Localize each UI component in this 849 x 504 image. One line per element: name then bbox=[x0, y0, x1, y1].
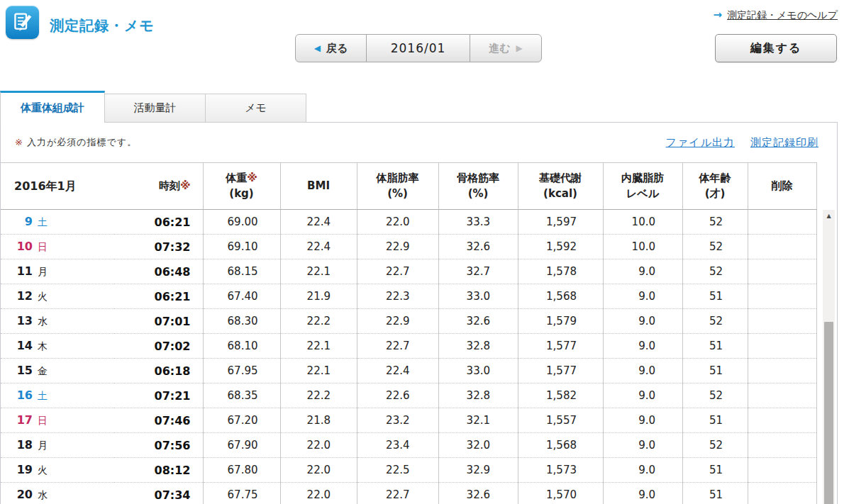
date-cell: 12火 bbox=[1, 284, 114, 309]
date-cell: 14木 bbox=[1, 334, 114, 359]
column-header: 体脂肪率 (%) bbox=[357, 163, 438, 210]
delete-cell bbox=[748, 284, 816, 309]
bmi-cell: 21.9 bbox=[280, 284, 357, 309]
skeletal-muscle-cell: 32.6 bbox=[438, 235, 518, 259]
body-age-cell: 51 bbox=[682, 359, 748, 383]
weight-cell: 68.15 bbox=[203, 259, 280, 284]
basal-metabolism-cell: 1,570 bbox=[518, 483, 603, 504]
bmi-cell: 22.1 bbox=[280, 359, 357, 383]
month-navigation: ◀戻る 2016/01 進む▶ bbox=[295, 34, 542, 62]
column-header: BMI bbox=[280, 163, 357, 210]
weight-cell: 68.30 bbox=[203, 309, 280, 334]
basal-metabolism-cell: 1,568 bbox=[518, 433, 603, 458]
body-age-cell: 51 bbox=[682, 408, 748, 433]
scrollbar-up-icon[interactable]: ▲ bbox=[823, 210, 835, 222]
time-cell: 08:12 bbox=[114, 458, 203, 483]
panel-links: ファイル出力 測定記録印刷 bbox=[666, 136, 819, 150]
required-mark: ※ bbox=[15, 137, 23, 147]
help-link[interactable]: 測定記録・メモのヘルプ bbox=[727, 9, 838, 21]
basal-metabolism-cell: 1,577 bbox=[518, 334, 603, 359]
edit-button[interactable]: 編集する bbox=[715, 34, 837, 62]
date-cell: 9土 bbox=[1, 210, 114, 235]
date-cell: 19火 bbox=[1, 458, 114, 483]
delete-cell bbox=[748, 433, 816, 458]
tab-bar: 体重体組成計 活動量計 メモ bbox=[0, 91, 306, 123]
body-fat-cell: 22.0 bbox=[357, 210, 438, 235]
weight-cell: 67.40 bbox=[203, 284, 280, 309]
table-header-row: 2016年1月 時刻※ 体重※ (kg) bbox=[1, 163, 816, 210]
delete-cell bbox=[748, 383, 816, 408]
delete-cell bbox=[748, 483, 816, 504]
tab[interactable]: メモ bbox=[206, 94, 306, 123]
time-cell: 07:46 bbox=[114, 408, 203, 433]
table-row: 20水 07:34 67.75 22.0 22.7 32.6 1,570 9.0… bbox=[1, 483, 816, 504]
skeletal-muscle-cell: 32.9 bbox=[438, 458, 518, 483]
basal-metabolism-cell: 1,578 bbox=[518, 259, 603, 284]
weight-cell: 67.80 bbox=[203, 458, 280, 483]
body-fat-cell: 23.2 bbox=[357, 408, 438, 433]
tab[interactable]: 活動量計 bbox=[105, 94, 206, 123]
body-age-cell: 51 bbox=[682, 458, 748, 483]
body-fat-cell: 22.5 bbox=[357, 458, 438, 483]
required-note: ※入力が必須の指標です。 bbox=[15, 136, 137, 149]
body-fat-cell: 22.9 bbox=[357, 235, 438, 259]
skeletal-muscle-cell: 33.0 bbox=[438, 359, 518, 383]
column-header: 基礎代謝 (kcal) bbox=[518, 163, 603, 210]
table-row: 18月 07:56 67.90 22.0 23.4 32.0 1,568 9.0… bbox=[1, 433, 816, 458]
time-cell: 06:18 bbox=[114, 359, 203, 383]
next-month-button[interactable]: 進む▶ bbox=[470, 35, 541, 62]
time-cell: 07:02 bbox=[114, 334, 203, 359]
visceral-fat-cell: 9.0 bbox=[603, 483, 682, 504]
prev-month-button[interactable]: ◀戻る bbox=[296, 35, 367, 62]
table-row: 16土 07:21 68.35 22.2 22.6 32.8 1,582 9.0… bbox=[1, 383, 816, 408]
column-header: 削除 bbox=[748, 163, 816, 210]
time-cell: 06:21 bbox=[114, 284, 203, 309]
panel-link[interactable]: ファイル出力 bbox=[666, 136, 735, 150]
time-cell: 07:21 bbox=[114, 383, 203, 408]
table-row: 12火 06:21 67.40 21.9 22.3 33.0 1,568 9.0… bbox=[1, 284, 816, 309]
page-title: 測定記録・メモ bbox=[50, 16, 155, 35]
triangle-right-icon: ▶ bbox=[516, 43, 523, 53]
column-header: 時刻※ bbox=[114, 163, 203, 210]
basal-metabolism-cell: 1,582 bbox=[518, 383, 603, 408]
skeletal-muscle-cell: 32.6 bbox=[438, 483, 518, 504]
scrollbar-thumb[interactable] bbox=[824, 322, 833, 504]
visceral-fat-cell: 9.0 bbox=[603, 309, 682, 334]
body-age-cell: 52 bbox=[682, 210, 748, 235]
body-fat-cell: 22.7 bbox=[357, 334, 438, 359]
skeletal-muscle-cell: 32.7 bbox=[438, 259, 518, 284]
delete-cell bbox=[748, 359, 816, 383]
date-cell: 13水 bbox=[1, 309, 114, 334]
vertical-scrollbar[interactable]: ▲ bbox=[823, 210, 835, 504]
visceral-fat-cell: 9.0 bbox=[603, 408, 682, 433]
weight-cell: 69.10 bbox=[203, 235, 280, 259]
column-header: 骨格筋率 (%) bbox=[438, 163, 518, 210]
skeletal-muscle-cell: 33.3 bbox=[438, 210, 518, 235]
basal-metabolism-cell: 1,568 bbox=[518, 284, 603, 309]
body-age-cell: 52 bbox=[682, 433, 748, 458]
prev-month-label: 戻る bbox=[326, 42, 348, 55]
bmi-cell: 22.0 bbox=[280, 483, 357, 504]
weight-cell: 67.95 bbox=[203, 359, 280, 383]
visceral-fat-cell: 9.0 bbox=[603, 259, 682, 284]
date-cell: 18月 bbox=[1, 433, 114, 458]
column-header: 体年齢 (才) bbox=[682, 163, 748, 210]
time-cell: 07:56 bbox=[114, 433, 203, 458]
delete-cell bbox=[748, 210, 816, 235]
visceral-fat-cell: 9.0 bbox=[603, 284, 682, 309]
skeletal-muscle-cell: 32.6 bbox=[438, 309, 518, 334]
table-row: 11月 06:48 68.15 22.1 22.7 32.7 1,578 9.0… bbox=[1, 259, 816, 284]
skeletal-muscle-cell: 33.0 bbox=[438, 284, 518, 309]
body-age-cell: 51 bbox=[682, 483, 748, 504]
date-cell: 10日 bbox=[1, 235, 114, 259]
panel-link[interactable]: 測定記録印刷 bbox=[750, 136, 819, 150]
bmi-cell: 22.1 bbox=[280, 259, 357, 284]
date-cell: 17日 bbox=[1, 408, 114, 433]
tab[interactable]: 体重体組成計 bbox=[0, 91, 105, 123]
visceral-fat-cell: 9.0 bbox=[603, 383, 682, 408]
visceral-fat-cell: 10.0 bbox=[603, 235, 682, 259]
bmi-cell: 21.8 bbox=[280, 408, 357, 433]
delete-cell bbox=[748, 309, 816, 334]
weight-cell: 68.10 bbox=[203, 334, 280, 359]
table-row: 13水 07:01 68.30 22.2 22.9 32.6 1,579 9.0… bbox=[1, 309, 816, 334]
